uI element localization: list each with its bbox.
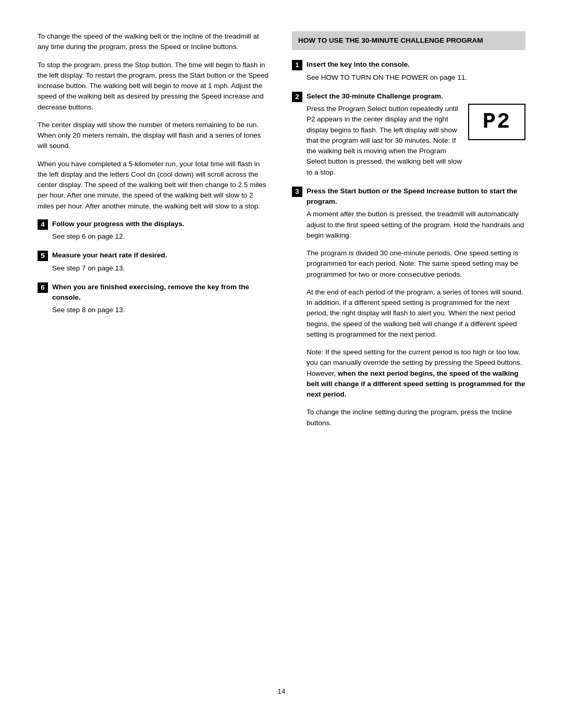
step-6-block: 6 When you are finished exercising, remo… xyxy=(38,282,271,316)
right-column: HOW TO USE THE 30-MINUTE CHALLENGE PROGR… xyxy=(292,31,525,671)
step-3-number: 3 xyxy=(292,187,302,197)
left-column: To change the speed of the walking belt … xyxy=(38,31,271,671)
step-2-inner: Press the Program Select button repeated… xyxy=(307,104,525,178)
page: To change the speed of the walking belt … xyxy=(0,0,563,728)
step-1-title: Insert the key into the console. xyxy=(307,59,525,70)
two-column-layout: To change the speed of the walking belt … xyxy=(38,31,525,671)
step-6-body: See step 8 on page 13. xyxy=(52,305,271,315)
step-2-content: Select the 30-minute Challenge program. … xyxy=(307,91,525,178)
left-para2: To stop the program, press the Stop butt… xyxy=(38,60,271,113)
step-2-number: 2 xyxy=(292,92,302,102)
step-4-content: Follow your progress with the displays. … xyxy=(52,219,271,242)
step-6-content: When you are finished exercising, remove… xyxy=(52,282,271,316)
step-4-body: See step 6 on page 12. xyxy=(52,231,271,242)
step-1-block: 1 Insert the key into the console. See H… xyxy=(292,59,525,83)
step-5-body: See step 7 on page 13. xyxy=(52,263,271,274)
step-1-content: Insert the key into the console. See HOW… xyxy=(307,59,525,83)
left-para1: To change the speed of the walking belt … xyxy=(38,31,271,53)
step-3-para4: Note: If the speed setting for the curre… xyxy=(307,347,525,400)
step-2-title: Select the 30-minute Challenge program. xyxy=(307,91,525,102)
left-para4: When you have completed a 5-kilometer ru… xyxy=(38,159,271,212)
display-p2-label: P2 xyxy=(483,106,511,139)
step-5-title: Measure your heart rate if desired. xyxy=(52,250,271,261)
step-4-block: 4 Follow your progress with the displays… xyxy=(38,219,271,242)
step-5-content: Measure your heart rate if desired. See … xyxy=(52,250,271,274)
step-3-para1: A moment after the button is pressed, th… xyxy=(307,209,525,241)
page-number: 14 xyxy=(38,686,525,697)
step-3-para5: To change the incline setting during the… xyxy=(307,407,525,428)
step-3-para3: At the end of each period of the program… xyxy=(307,287,525,340)
display-box: P2 xyxy=(468,104,525,140)
step-3-block: 3 Press the Start button or the Speed in… xyxy=(292,186,525,436)
step-3-para2: The program is divided 30 one-minute per… xyxy=(307,248,525,280)
step-2-text: Press the Program Select button repeated… xyxy=(307,104,462,178)
step-2-block: 2 Select the 30-minute Challenge program… xyxy=(292,91,525,178)
step-1-number: 1 xyxy=(292,60,302,70)
step-5-number: 5 xyxy=(38,251,48,261)
step-4-title: Follow your progress with the displays. xyxy=(52,219,271,229)
step-4-number: 4 xyxy=(38,219,48,230)
step-6-number: 6 xyxy=(38,282,48,293)
step-3-para4-bold: when the next period begins, the speed o… xyxy=(307,369,525,399)
step-5-block: 5 Measure your heart rate if desired. Se… xyxy=(38,250,271,274)
left-para3: The center display will show the number … xyxy=(38,120,271,152)
section-header: HOW TO USE THE 30-MINUTE CHALLENGE PROGR… xyxy=(292,31,525,50)
step-6-title: When you are finished exercising, remove… xyxy=(52,282,271,303)
step-1-body: See HOW TO TURN ON THE POWER on page 11. xyxy=(307,72,525,83)
step-3-content: Press the Start button or the Speed incr… xyxy=(307,186,525,436)
section-header-title: HOW TO USE THE 30-MINUTE CHALLENGE PROGR… xyxy=(298,35,519,46)
step-3-title: Press the Start button or the Speed incr… xyxy=(307,186,525,207)
